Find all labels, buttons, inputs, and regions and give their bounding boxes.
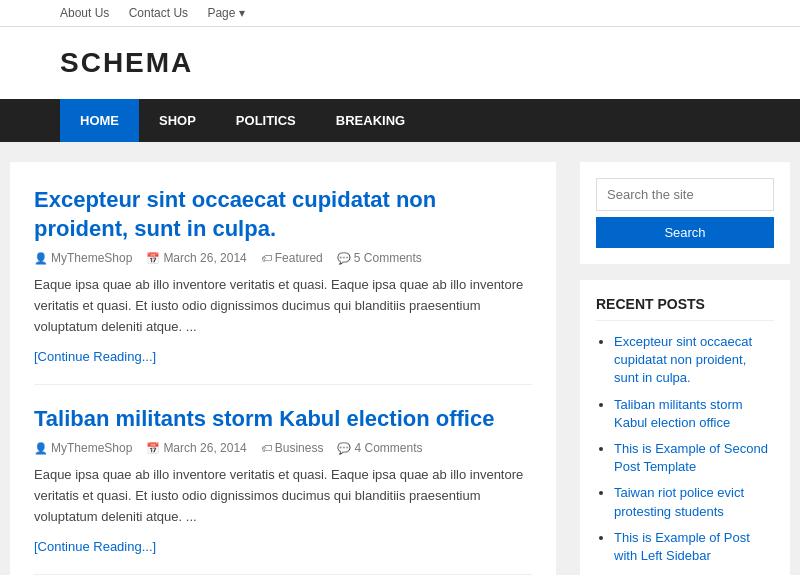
site-title: SCHEMA <box>60 47 740 79</box>
post-comments: 💬 4 Comments <box>337 441 422 455</box>
tag-icon: 🏷 <box>261 442 272 454</box>
post-item: Excepteur sint occaecat cupidatat non pr… <box>34 186 532 385</box>
top-bar: About Us Contact Us Page ▾ <box>0 0 800 27</box>
post-title: Excepteur sint occaecat cupidatat non pr… <box>34 186 532 243</box>
search-button[interactable]: Search <box>596 217 774 248</box>
sidebar: Search RECENT POSTS Excepteur sint occae… <box>580 162 790 575</box>
post-title: Taliban militants storm Kabul election o… <box>34 405 532 434</box>
author-icon: 👤 <box>34 442 48 455</box>
post-author: 👤 MyThemeShop <box>34 441 132 455</box>
read-more-link[interactable]: [Continue Reading...] <box>34 539 156 554</box>
recent-post-item: This is Example of Post with Left Sideba… <box>614 529 774 565</box>
nav-item-breaking[interactable]: BREAKING <box>316 99 425 142</box>
post-date: 📅 March 26, 2014 <box>146 441 246 455</box>
page-link[interactable]: Page ▾ <box>207 6 244 20</box>
post-item: Taliban militants storm Kabul election o… <box>34 405 532 575</box>
page-container: Excepteur sint occaecat cupidatat non pr… <box>10 142 790 575</box>
main-nav: HOMESHOPPOLITICSBREAKING <box>0 99 800 142</box>
post-category: 🏷 Business <box>261 441 324 455</box>
contact-link[interactable]: Contact Us <box>129 6 188 20</box>
tag-icon: 🏷 <box>261 252 272 264</box>
main-content: Excepteur sint occaecat cupidatat non pr… <box>10 162 556 575</box>
comment-icon: 💬 <box>337 442 351 455</box>
post-meta: 👤 MyThemeShop📅 March 26, 2014🏷 Featured💬… <box>34 251 532 265</box>
post-author: 👤 MyThemeShop <box>34 251 132 265</box>
nav-item-shop[interactable]: SHOP <box>139 99 216 142</box>
nav-item-home[interactable]: HOME <box>60 99 139 142</box>
calendar-icon: 📅 <box>146 252 160 265</box>
recent-posts-title: RECENT POSTS <box>596 296 774 321</box>
recent-post-item: Excepteur sint occaecat cupidatat non pr… <box>614 333 774 388</box>
post-excerpt: Eaque ipsa quae ab illo inventore verita… <box>34 275 532 337</box>
recent-posts-widget: RECENT POSTS Excepteur sint occaecat cup… <box>580 280 790 575</box>
recent-post-item: This is Example of Second Post Template <box>614 440 774 476</box>
author-icon: 👤 <box>34 252 48 265</box>
calendar-icon: 📅 <box>146 442 160 455</box>
comment-icon: 💬 <box>337 252 351 265</box>
search-widget: Search <box>580 162 790 264</box>
page-dropdown-arrow: ▾ <box>239 6 245 20</box>
about-link[interactable]: About Us <box>60 6 109 20</box>
post-comments: 💬 5 Comments <box>337 251 422 265</box>
recent-post-item: Taliban militants storm Kabul election o… <box>614 396 774 432</box>
read-more-link[interactable]: [Continue Reading...] <box>34 349 156 364</box>
post-meta: 👤 MyThemeShop📅 March 26, 2014🏷 Business💬… <box>34 441 532 455</box>
recent-post-item: Taiwan riot police evict protesting stud… <box>614 484 774 520</box>
site-header: SCHEMA <box>0 27 800 99</box>
search-input[interactable] <box>596 178 774 211</box>
nav-item-politics[interactable]: POLITICS <box>216 99 316 142</box>
post-date: 📅 March 26, 2014 <box>146 251 246 265</box>
post-excerpt: Eaque ipsa quae ab illo inventore verita… <box>34 465 532 527</box>
post-category: 🏷 Featured <box>261 251 323 265</box>
